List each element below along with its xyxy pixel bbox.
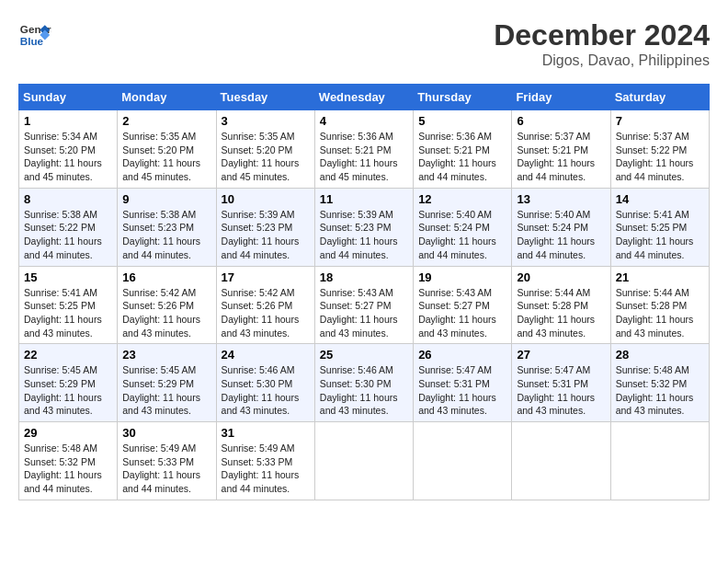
week-row-1: 1Sunrise: 5:34 AM Sunset: 5:20 PM Daylig… <box>19 110 710 189</box>
column-header-tuesday: Tuesday <box>216 85 314 110</box>
day-info: Sunrise: 5:38 AM Sunset: 5:23 PM Dayligh… <box>122 208 210 262</box>
day-info: Sunrise: 5:44 AM Sunset: 5:28 PM Dayligh… <box>517 286 605 340</box>
day-info: Sunrise: 5:45 AM Sunset: 5:29 PM Dayligh… <box>24 363 112 418</box>
day-info: Sunrise: 5:42 AM Sunset: 5:26 PM Dayligh… <box>222 286 310 340</box>
day-number: 1 <box>24 114 112 128</box>
calendar-cell-28: 28Sunrise: 5:48 AM Sunset: 5:32 PM Dayli… <box>610 344 709 422</box>
calendar-cell-26: 26Sunrise: 5:47 AM Sunset: 5:31 PM Dayli… <box>414 344 512 422</box>
week-row-3: 15Sunrise: 5:41 AM Sunset: 5:25 PM Dayli… <box>19 266 710 344</box>
calendar-cell-empty <box>610 422 709 500</box>
calendar-cell-15: 15Sunrise: 5:41 AM Sunset: 5:25 PM Dayli… <box>19 266 118 344</box>
day-info: Sunrise: 5:39 AM Sunset: 5:23 PM Dayligh… <box>320 208 408 262</box>
calendar-cell-3: 3Sunrise: 5:35 AM Sunset: 5:20 PM Daylig… <box>216 110 314 189</box>
column-header-friday: Friday <box>512 85 610 110</box>
calendar-cell-27: 27Sunrise: 5:47 AM Sunset: 5:31 PM Dayli… <box>512 344 610 422</box>
day-number: 23 <box>122 348 210 362</box>
calendar-cell-16: 16Sunrise: 5:42 AM Sunset: 5:26 PM Dayli… <box>118 266 216 344</box>
week-row-4: 22Sunrise: 5:45 AM Sunset: 5:29 PM Dayli… <box>19 344 710 422</box>
calendar-cell-19: 19Sunrise: 5:43 AM Sunset: 5:27 PM Dayli… <box>414 266 512 344</box>
day-number: 17 <box>222 270 310 284</box>
day-number: 8 <box>24 192 112 206</box>
calendar-cell-empty <box>512 422 610 500</box>
day-info: Sunrise: 5:49 AM Sunset: 5:33 PM Dayligh… <box>222 442 310 496</box>
day-number: 14 <box>616 192 704 206</box>
day-info: Sunrise: 5:37 AM Sunset: 5:22 PM Dayligh… <box>616 130 704 184</box>
location-subtitle: Digos, Davao, Philippines <box>494 52 710 69</box>
calendar-cell-2: 2Sunrise: 5:35 AM Sunset: 5:20 PM Daylig… <box>118 110 216 189</box>
calendar-body: 1Sunrise: 5:34 AM Sunset: 5:20 PM Daylig… <box>19 110 710 500</box>
day-number: 11 <box>320 192 408 206</box>
day-info: Sunrise: 5:47 AM Sunset: 5:31 PM Dayligh… <box>517 363 605 418</box>
day-number: 29 <box>24 426 112 440</box>
day-info: Sunrise: 5:35 AM Sunset: 5:20 PM Dayligh… <box>122 130 210 184</box>
calendar-cell-8: 8Sunrise: 5:38 AM Sunset: 5:22 PM Daylig… <box>19 188 118 266</box>
page-header: General Blue December 2024 Digos, Davao,… <box>18 18 710 69</box>
logo: General Blue <box>18 18 51 52</box>
day-number: 10 <box>222 192 310 206</box>
day-info: Sunrise: 5:46 AM Sunset: 5:30 PM Dayligh… <box>320 363 408 418</box>
day-number: 9 <box>122 192 210 206</box>
column-header-sunday: Sunday <box>19 85 118 110</box>
calendar-cell-11: 11Sunrise: 5:39 AM Sunset: 5:23 PM Dayli… <box>314 188 413 266</box>
day-info: Sunrise: 5:35 AM Sunset: 5:20 PM Dayligh… <box>222 130 310 184</box>
day-info: Sunrise: 5:42 AM Sunset: 5:26 PM Dayligh… <box>122 286 210 340</box>
day-number: 16 <box>122 270 210 284</box>
calendar-cell-18: 18Sunrise: 5:43 AM Sunset: 5:27 PM Dayli… <box>314 266 413 344</box>
day-info: Sunrise: 5:49 AM Sunset: 5:33 PM Dayligh… <box>122 442 210 496</box>
calendar-cell-12: 12Sunrise: 5:40 AM Sunset: 5:24 PM Dayli… <box>414 188 512 266</box>
day-info: Sunrise: 5:34 AM Sunset: 5:20 PM Dayligh… <box>24 130 112 184</box>
column-header-monday: Monday <box>118 85 216 110</box>
day-number: 15 <box>24 270 112 284</box>
day-info: Sunrise: 5:43 AM Sunset: 5:27 PM Dayligh… <box>320 286 408 340</box>
calendar-cell-29: 29Sunrise: 5:48 AM Sunset: 5:32 PM Dayli… <box>19 422 118 500</box>
day-number: 3 <box>222 114 310 128</box>
day-info: Sunrise: 5:36 AM Sunset: 5:21 PM Dayligh… <box>320 130 408 184</box>
calendar-cell-4: 4Sunrise: 5:36 AM Sunset: 5:21 PM Daylig… <box>314 110 413 189</box>
day-number: 26 <box>418 348 506 362</box>
day-number: 18 <box>320 270 408 284</box>
calendar-cell-6: 6Sunrise: 5:37 AM Sunset: 5:21 PM Daylig… <box>512 110 610 189</box>
day-info: Sunrise: 5:41 AM Sunset: 5:25 PM Dayligh… <box>24 286 112 340</box>
day-number: 13 <box>517 192 605 206</box>
calendar-cell-23: 23Sunrise: 5:45 AM Sunset: 5:29 PM Dayli… <box>118 344 216 422</box>
calendar-cell-20: 20Sunrise: 5:44 AM Sunset: 5:28 PM Dayli… <box>512 266 610 344</box>
calendar-cell-empty <box>414 422 512 500</box>
calendar-cell-13: 13Sunrise: 5:40 AM Sunset: 5:24 PM Dayli… <box>512 188 610 266</box>
day-number: 19 <box>418 270 506 284</box>
day-info: Sunrise: 5:48 AM Sunset: 5:32 PM Dayligh… <box>24 442 112 496</box>
calendar-cell-9: 9Sunrise: 5:38 AM Sunset: 5:23 PM Daylig… <box>118 188 216 266</box>
day-number: 22 <box>24 348 112 362</box>
calendar-cell-empty <box>314 422 413 500</box>
day-info: Sunrise: 5:38 AM Sunset: 5:22 PM Dayligh… <box>24 208 112 262</box>
column-header-saturday: Saturday <box>610 85 709 110</box>
day-info: Sunrise: 5:47 AM Sunset: 5:31 PM Dayligh… <box>418 363 506 418</box>
calendar-header-row: SundayMondayTuesdayWednesdayThursdayFrid… <box>19 85 710 110</box>
calendar-cell-7: 7Sunrise: 5:37 AM Sunset: 5:22 PM Daylig… <box>610 110 709 189</box>
day-number: 6 <box>517 114 605 128</box>
day-number: 12 <box>418 192 506 206</box>
day-info: Sunrise: 5:40 AM Sunset: 5:24 PM Dayligh… <box>517 208 605 262</box>
calendar-cell-5: 5Sunrise: 5:36 AM Sunset: 5:21 PM Daylig… <box>414 110 512 189</box>
day-info: Sunrise: 5:43 AM Sunset: 5:27 PM Dayligh… <box>418 286 506 340</box>
calendar-cell-25: 25Sunrise: 5:46 AM Sunset: 5:30 PM Dayli… <box>314 344 413 422</box>
day-number: 5 <box>418 114 506 128</box>
svg-text:Blue: Blue <box>20 35 44 47</box>
day-info: Sunrise: 5:36 AM Sunset: 5:21 PM Dayligh… <box>418 130 506 184</box>
logo-icon: General Blue <box>18 18 51 52</box>
calendar-table: SundayMondayTuesdayWednesdayThursdayFrid… <box>18 84 710 500</box>
day-number: 28 <box>616 348 704 362</box>
calendar-cell-10: 10Sunrise: 5:39 AM Sunset: 5:23 PM Dayli… <box>216 188 314 266</box>
day-number: 27 <box>517 348 605 362</box>
day-number: 4 <box>320 114 408 128</box>
day-info: Sunrise: 5:45 AM Sunset: 5:29 PM Dayligh… <box>122 363 210 418</box>
day-number: 2 <box>122 114 210 128</box>
column-header-wednesday: Wednesday <box>314 85 413 110</box>
day-number: 24 <box>222 348 310 362</box>
calendar-cell-30: 30Sunrise: 5:49 AM Sunset: 5:33 PM Dayli… <box>118 422 216 500</box>
day-info: Sunrise: 5:44 AM Sunset: 5:28 PM Dayligh… <box>616 286 704 340</box>
day-info: Sunrise: 5:39 AM Sunset: 5:23 PM Dayligh… <box>222 208 310 262</box>
day-number: 31 <box>222 426 310 440</box>
day-number: 21 <box>616 270 704 284</box>
day-number: 25 <box>320 348 408 362</box>
day-info: Sunrise: 5:37 AM Sunset: 5:21 PM Dayligh… <box>517 130 605 184</box>
